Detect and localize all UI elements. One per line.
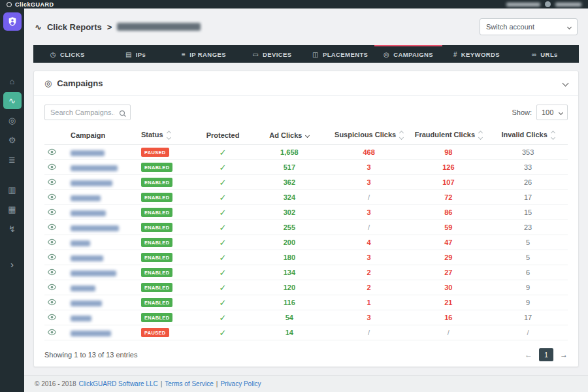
sort-desc-icon[interactable] (306, 134, 309, 137)
sidebar-item-accounts[interactable]: ≣ (3, 151, 22, 168)
user-name-redacted[interactable] (506, 3, 540, 7)
metric-value: 107 (409, 175, 489, 190)
column-header-suspicious-clicks[interactable]: Suspicious Clicks (329, 127, 409, 145)
view-campaign-eye-icon[interactable] (47, 178, 57, 186)
sidebar-item-reports[interactable]: ∿ (3, 92, 22, 109)
sidebar-item-activity[interactable]: ↯ (3, 220, 22, 237)
metric-value: / (409, 325, 489, 340)
campaign-name-redacted[interactable] (71, 165, 118, 171)
campaign-name-redacted[interactable] (71, 316, 91, 321)
breadcrumb-account-redacted (117, 23, 201, 31)
status-badge: ENABLED (141, 208, 172, 217)
status-badge: ENABLED (141, 193, 172, 202)
sidebar-item-home[interactable]: ⌂ (3, 73, 22, 90)
table-row: ENABLED✓1161219 (44, 295, 568, 310)
page-number[interactable]: 1 (539, 348, 553, 361)
table-row: ENABLED✓30238615 (44, 205, 568, 220)
collapse-chevron-icon[interactable] (563, 80, 569, 87)
tab-placements[interactable]: ◫PLACEMENTS (306, 45, 374, 63)
view-campaign-eye-icon[interactable] (47, 238, 57, 246)
avatar[interactable] (545, 1, 551, 7)
column-header-status[interactable]: Status (139, 127, 196, 145)
sort-icon[interactable] (400, 131, 403, 139)
sidebar-item-docs[interactable]: ▦ (3, 201, 22, 218)
view-campaign-eye-icon[interactable] (47, 223, 57, 231)
tab-clicks[interactable]: ◷CLICKS (33, 45, 101, 63)
card-toolbar: Show: 100 (34, 96, 578, 127)
tab-devices[interactable]: ▭DEVICES (238, 45, 306, 63)
search-input[interactable] (44, 105, 131, 120)
privacy-link[interactable]: Privacy Policy (220, 380, 261, 387)
view-campaign-eye-icon[interactable] (47, 284, 57, 291)
sort-icon[interactable] (167, 131, 171, 139)
terms-link[interactable]: Terms of Service (165, 380, 213, 387)
campaign-name-redacted[interactable] (71, 225, 119, 231)
table-row: ENABLED✓1202309 (44, 280, 568, 295)
sort-icon[interactable] (551, 131, 555, 139)
sidebar-item-settings[interactable]: ⚙ (3, 131, 22, 148)
copyright-text: © 2016 - 2018 (35, 380, 76, 387)
campaign-name-redacted[interactable] (71, 195, 101, 201)
view-campaign-eye-icon[interactable] (47, 329, 57, 336)
metric-value: 180 (250, 250, 329, 265)
metric-value: 59 (409, 220, 489, 235)
view-campaign-eye-icon[interactable] (47, 314, 57, 321)
sort-icon[interactable] (479, 131, 482, 139)
metric-value: 29 (409, 250, 489, 265)
next-page-arrow[interactable]: → (560, 350, 568, 359)
campaign-name-redacted[interactable] (71, 270, 116, 276)
view-campaign-eye-icon[interactable] (47, 269, 57, 276)
metric-value: 26 (488, 175, 568, 190)
tab-keywords[interactable]: #KEYWORDS (442, 45, 510, 63)
prev-page-arrow[interactable]: ← (525, 350, 532, 359)
app-logo[interactable] (3, 12, 22, 31)
tab-ip-ranges[interactable]: ≡IP RANGES (170, 45, 238, 63)
table-row: ENABLED✓324/7217 (44, 190, 568, 205)
view-campaign-eye-icon[interactable] (47, 253, 57, 261)
keywords-icon: # (453, 51, 457, 58)
card-title: ◎ Campaigns (44, 78, 103, 88)
account-name-redacted[interactable] (555, 3, 581, 7)
table-row: ENABLED✓362310726 (44, 175, 568, 190)
column-header-invalid-clicks[interactable]: Invalid Clicks (488, 127, 568, 145)
sidebar-item-protection[interactable]: ◎ (3, 112, 22, 129)
view-campaign-eye-icon[interactable] (47, 299, 57, 306)
view-campaign-eye-icon[interactable] (47, 148, 57, 155)
metric-value: 2 (329, 280, 409, 295)
tab-ips[interactable]: ▤IPs (101, 45, 169, 63)
view-campaign-eye-icon[interactable] (47, 193, 57, 201)
sidebar-item-expand[interactable]: › (3, 255, 22, 272)
metric-value: 517 (250, 160, 329, 175)
column-header-fraudulent-clicks[interactable]: Fraudulent Clicks (409, 127, 489, 145)
column-header-ad-clicks[interactable]: Ad Clicks (250, 127, 329, 145)
sidebar-nav: ⌂∿◎⚙≣▥▦↯› (0, 71, 24, 274)
show-value: 100 (542, 108, 553, 116)
campaign-name-redacted[interactable] (71, 210, 106, 216)
campaign-name-redacted[interactable] (71, 331, 111, 336)
metric-value: 30 (409, 280, 489, 295)
campaign-name-redacted[interactable] (71, 301, 102, 306)
campaign-name-redacted[interactable] (71, 180, 112, 186)
campaign-name-redacted[interactable] (71, 150, 105, 156)
protected-check-icon: ✓ (220, 283, 227, 293)
show-select[interactable]: 100 (536, 105, 568, 120)
column-header-campaign: Campaign (68, 127, 139, 145)
view-campaign-eye-icon[interactable] (47, 208, 57, 216)
main-area: ∿ Click Reports > Switch account ◷CLICKS… (24, 8, 588, 392)
home-icon: ⌂ (10, 76, 15, 86)
status-badge: ENABLED (141, 253, 172, 262)
campaign-name-redacted[interactable] (71, 255, 103, 261)
tab-urls[interactable]: ∞URLs (511, 45, 579, 63)
sidebar-item-library[interactable]: ▥ (3, 181, 22, 198)
metric-value: 324 (250, 190, 329, 205)
tab-campaigns[interactable]: ◎CAMPAIGNS (374, 45, 442, 63)
view-campaign-eye-icon[interactable] (47, 163, 57, 171)
metric-value: 120 (250, 280, 329, 295)
table-row: ENABLED✓2004475 (44, 235, 568, 250)
brand[interactable]: ClickGUARD (7, 1, 54, 8)
metric-value: 72 (409, 190, 489, 205)
campaign-name-redacted[interactable] (71, 286, 95, 291)
switch-account-select[interactable]: Switch account (480, 18, 578, 35)
campaign-name-redacted[interactable] (71, 240, 90, 246)
company-link[interactable]: ClickGUARD Software LLC (79, 380, 158, 387)
